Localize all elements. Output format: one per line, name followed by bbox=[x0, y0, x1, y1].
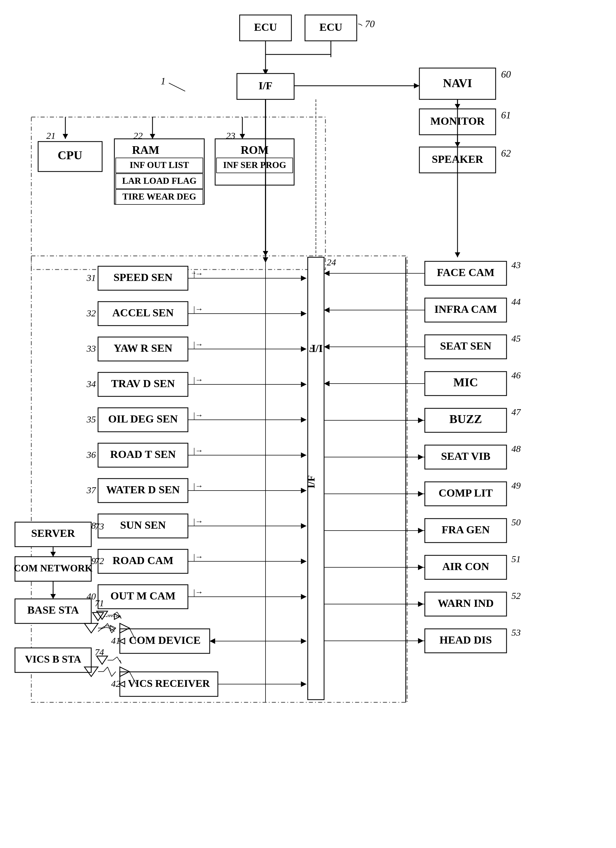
svg-text:61: 61 bbox=[501, 110, 511, 121]
svg-marker-125 bbox=[324, 271, 330, 276]
svg-text:FACE  CAM: FACE CAM bbox=[437, 266, 494, 279]
svg-text:39: 39 bbox=[86, 556, 96, 566]
svg-marker-109 bbox=[301, 594, 306, 599]
svg-text:NAVI: NAVI bbox=[443, 77, 472, 90]
svg-text:34: 34 bbox=[86, 379, 96, 389]
svg-rect-48 bbox=[116, 190, 203, 205]
svg-marker-120 bbox=[301, 681, 306, 687]
svg-marker-94 bbox=[301, 488, 306, 493]
svg-text:I/F: I/F bbox=[258, 80, 272, 92]
svg-marker-188 bbox=[50, 594, 56, 599]
svg-text:MIC: MIC bbox=[453, 376, 478, 389]
svg-text:I/F: I/F bbox=[305, 475, 317, 489]
svg-rect-42 bbox=[114, 139, 204, 204]
svg-marker-24 bbox=[455, 104, 460, 109]
svg-text:36: 36 bbox=[86, 450, 96, 460]
svg-text:|→: |→ bbox=[193, 304, 203, 313]
svg-rect-151 bbox=[425, 482, 506, 506]
svg-line-280 bbox=[129, 672, 136, 684]
svg-text:72: 72 bbox=[95, 556, 104, 566]
svg-rect-184 bbox=[15, 599, 91, 623]
svg-text:|→: |→ bbox=[193, 269, 203, 278]
svg-marker-240 bbox=[418, 601, 423, 607]
svg-rect-136 bbox=[425, 372, 506, 396]
svg-marker-175 bbox=[418, 638, 423, 643]
svg-text:WATER D SEN: WATER D SEN bbox=[106, 483, 180, 496]
svg-rect-75 bbox=[98, 372, 188, 396]
svg-text:50: 50 bbox=[511, 517, 521, 527]
svg-text:43: 43 bbox=[511, 260, 521, 270]
svg-marker-216 bbox=[324, 307, 330, 313]
svg-text:74: 74 bbox=[95, 647, 104, 657]
svg-line-267 bbox=[104, 623, 108, 628]
svg-marker-114 bbox=[301, 638, 306, 644]
svg-marker-245 bbox=[301, 638, 306, 644]
svg-text:WARN IND: WARN IND bbox=[438, 597, 494, 609]
svg-marker-197 bbox=[119, 638, 125, 644]
svg-marker-150 bbox=[418, 454, 423, 460]
svg-marker-145 bbox=[418, 418, 423, 423]
svg-text:42: 42 bbox=[111, 679, 120, 689]
svg-text:33: 33 bbox=[86, 344, 96, 354]
svg-text:|→: |→ bbox=[193, 552, 203, 561]
svg-marker-36 bbox=[150, 134, 155, 139]
svg-rect-161 bbox=[425, 555, 506, 579]
svg-text:OIL DEG SEN: OIL DEG SEN bbox=[108, 413, 178, 425]
svg-marker-252 bbox=[301, 276, 306, 281]
svg-marker-84 bbox=[301, 417, 306, 423]
svg-marker-39 bbox=[240, 134, 245, 139]
svg-text:SEAT SEN: SEAT SEN bbox=[440, 340, 491, 352]
svg-marker-19 bbox=[263, 257, 268, 263]
svg-text:SEAT VIB: SEAT VIB bbox=[441, 450, 490, 462]
svg-marker-192 bbox=[96, 611, 108, 619]
svg-marker-279 bbox=[120, 667, 129, 676]
svg-rect-166 bbox=[425, 592, 506, 616]
svg-line-195 bbox=[117, 612, 121, 618]
svg-text:53: 53 bbox=[511, 627, 521, 637]
svg-text:38: 38 bbox=[86, 520, 96, 531]
svg-rect-141 bbox=[425, 408, 506, 432]
svg-text:|→: |→ bbox=[193, 411, 203, 420]
svg-marker-257 bbox=[301, 452, 306, 458]
svg-marker-261 bbox=[301, 594, 306, 599]
diagram-svg: ECU ECU 70 I/F 1 NAVI 60 bbox=[0, 0, 616, 848]
svg-text:HEAD DIS: HEAD DIS bbox=[439, 634, 492, 646]
svg-marker-130 bbox=[324, 307, 330, 313]
svg-marker-259 bbox=[301, 523, 306, 529]
svg-text:31: 31 bbox=[86, 273, 96, 283]
diagram: ECU ECU 70 I/F 1 NAVI 60 bbox=[0, 0, 616, 848]
svg-text:ROAD T SEN: ROAD T SEN bbox=[110, 448, 176, 460]
svg-text:51: 51 bbox=[511, 554, 521, 564]
svg-rect-146 bbox=[425, 445, 506, 469]
svg-line-277 bbox=[108, 667, 112, 676]
svg-marker-183 bbox=[50, 552, 56, 557]
svg-marker-206 bbox=[114, 614, 120, 619]
svg-text:21: 21 bbox=[46, 130, 56, 141]
svg-text:COM NETWORK: COM NETWORK bbox=[13, 563, 92, 574]
svg-line-268 bbox=[108, 623, 112, 633]
svg-rect-0 bbox=[240, 15, 291, 41]
svg-rect-110 bbox=[120, 629, 210, 653]
svg-rect-176 bbox=[15, 522, 91, 547]
svg-marker-225 bbox=[418, 418, 423, 423]
svg-text:|→: |→ bbox=[193, 587, 203, 596]
svg-text:OUT M CAM: OUT M CAM bbox=[110, 590, 175, 602]
svg-marker-33 bbox=[62, 134, 68, 139]
svg-line-196 bbox=[120, 615, 121, 618]
svg-line-200 bbox=[113, 657, 117, 660]
svg-text:I/F: I/F bbox=[309, 342, 323, 355]
svg-text:INF SER PROG: INF SER PROG bbox=[223, 160, 286, 170]
svg-marker-140 bbox=[324, 381, 330, 386]
svg-text:ROAD CAM: ROAD CAM bbox=[113, 554, 173, 566]
svg-text:MONITOR: MONITOR bbox=[430, 115, 485, 127]
svg-text:22: 22 bbox=[134, 130, 143, 141]
svg-text:71: 71 bbox=[95, 598, 104, 608]
svg-marker-254 bbox=[301, 346, 306, 352]
svg-rect-95 bbox=[98, 514, 188, 538]
svg-marker-165 bbox=[418, 565, 423, 570]
svg-rect-80 bbox=[98, 408, 188, 432]
svg-marker-63 bbox=[301, 276, 306, 281]
svg-text:SPEED SEN: SPEED SEN bbox=[114, 271, 173, 283]
svg-text:23: 23 bbox=[226, 130, 235, 141]
svg-text:COMP LIT: COMP LIT bbox=[439, 487, 493, 499]
